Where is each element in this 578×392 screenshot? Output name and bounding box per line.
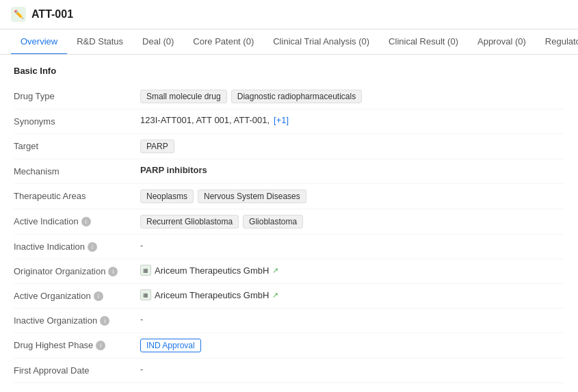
field-row-therapeutic-areas: Therapeutic AreasNeoplasmsNervous System… [14, 184, 564, 209]
field-value-synonyms: 123I-ATT001, ATT 001, ATT-001, [+1] [140, 115, 564, 125]
field-label-inactive-org: Inactive Organizationi [14, 314, 140, 326]
field-value-inactive-indication: - [140, 240, 564, 250]
dash-value-first-approval-date: - [140, 364, 143, 374]
org-item-active-org: ▦Ariceum Therapeutics GmbH↗ [140, 289, 278, 300]
field-value-target: PARP [140, 140, 564, 153]
content-area: Basic Info Drug TypeSmall molecule drugD… [0, 55, 578, 392]
tab-clinical-trial[interactable]: Clinical Trial Analysis (0) [263, 29, 379, 55]
field-label-originator-org: Originator Organizationi [14, 265, 140, 276]
field-row-active-indication: Active IndicationiRecurrent Glioblastoma… [14, 209, 564, 235]
tag-glioblastoma: Glioblastoma [243, 215, 303, 228]
synonyms-link[interactable]: [+1] [274, 115, 289, 125]
field-label-target: Target [14, 140, 140, 151]
section-title: Basic Info [14, 66, 564, 76]
header-icon: ✏️ [11, 7, 26, 22]
org-name-originator-org[interactable]: Ariceum Therapeutics GmbH [155, 265, 269, 276]
tabs-bar: OverviewR&D StatusDeal (0)Core Patent (0… [0, 29, 578, 55]
tag-nervous-system-diseases: Nervous System Diseases [198, 190, 306, 203]
tag-recurrent-glioblastoma: Recurrent Glioblastoma [140, 215, 239, 228]
tag-diagnostic-radiopharmaceuticals: Diagnostic radiopharmaceuticals [231, 90, 362, 103]
header-title: ATT-001 [31, 8, 73, 21]
tag-neoplasms: Neoplasms [140, 190, 194, 203]
field-label-first-approval-date: First Approval Date [14, 364, 140, 376]
tag-outline-ind-approval: IND Approval [140, 339, 201, 352]
field-value-first-approval-date: - [140, 364, 564, 374]
tab-rd-status[interactable]: R&D Status [67, 29, 133, 55]
org-name-active-org[interactable]: Ariceum Therapeutics GmbH [155, 290, 269, 300]
tab-overview[interactable]: Overview [11, 29, 67, 55]
org-arrow-originator-org: ↗ [272, 266, 278, 275]
field-row-first-approval-date: First Approval Date- [14, 358, 564, 383]
tab-deal[interactable]: Deal (0) [133, 29, 183, 55]
field-label-inactive-indication: Inactive Indicationi [14, 240, 140, 252]
field-value-drug-type: Small molecule drugDiagnostic radiopharm… [140, 90, 564, 103]
tag-small-molecule-drug: Small molecule drug [140, 90, 227, 103]
tab-clinical-result[interactable]: Clinical Result (0) [379, 29, 468, 55]
field-label-synonyms: Synonyms [14, 115, 140, 127]
tab-regulatory-review[interactable]: Regulatory Review [536, 29, 578, 55]
field-row-drug-highest-phase: Drug Highest PhaseiIND Approval [14, 333, 564, 358]
field-value-active-org: ▦Ariceum Therapeutics GmbH↗ [140, 289, 564, 300]
field-value-mechanism: PARP inhibitors [140, 165, 564, 175]
fields-list: Drug TypeSmall molecule drugDiagnostic r… [14, 84, 564, 383]
synonyms-text: 123I-ATT001, ATT 001, ATT-001, [140, 115, 270, 125]
field-label-drug-type: Drug Type [14, 90, 140, 101]
org-item-originator-org: ▦Ariceum Therapeutics GmbH↗ [140, 265, 278, 276]
field-row-synonyms: Synonyms123I-ATT001, ATT 001, ATT-001, [… [14, 109, 564, 134]
field-label-active-indication: Active Indicationi [14, 215, 140, 226]
mechanism-text: PARP inhibitors [140, 165, 207, 175]
info-icon-inactive-org[interactable]: i [100, 316, 109, 326]
field-row-inactive-org: Inactive Organizationi- [14, 309, 564, 333]
info-icon-originator-org[interactable]: i [108, 267, 118, 276]
field-value-drug-highest-phase: IND Approval [140, 339, 564, 352]
field-label-mechanism: Mechanism [14, 165, 140, 177]
field-row-active-org: Active Organizationi▦Ariceum Therapeutic… [14, 284, 564, 309]
field-label-drug-highest-phase: Drug Highest Phasei [14, 339, 140, 350]
field-value-therapeutic-areas: NeoplasmsNervous System Diseases [140, 190, 564, 203]
org-icon: ▦ [140, 289, 151, 300]
tag-parp: PARP [140, 140, 174, 153]
info-icon-active-indication[interactable]: i [81, 217, 91, 226]
field-label-therapeutic-areas: Therapeutic Areas [14, 190, 140, 201]
dash-value-inactive-indication: - [140, 240, 143, 250]
info-icon-active-org[interactable]: i [94, 291, 103, 301]
field-row-mechanism: MechanismPARP inhibitors [14, 159, 564, 184]
field-row-inactive-indication: Inactive Indicationi- [14, 235, 564, 259]
org-arrow-active-org: ↗ [272, 291, 278, 300]
header: ✏️ ATT-001 [0, 0, 578, 29]
field-row-originator-org: Originator Organizationi▦Ariceum Therape… [14, 259, 564, 284]
field-value-inactive-org: - [140, 314, 564, 324]
field-value-originator-org: ▦Ariceum Therapeutics GmbH↗ [140, 265, 564, 276]
field-value-active-indication: Recurrent GlioblastomaGlioblastoma [140, 215, 564, 228]
info-icon-drug-highest-phase[interactable]: i [96, 341, 105, 350]
tab-core-patent[interactable]: Core Patent (0) [183, 29, 263, 55]
org-icon: ▦ [140, 265, 151, 276]
field-row-drug-type: Drug TypeSmall molecule drugDiagnostic r… [14, 84, 564, 109]
tab-approval[interactable]: Approval (0) [468, 29, 536, 55]
field-label-active-org: Active Organizationi [14, 289, 140, 301]
field-row-target: TargetPARP [14, 134, 564, 159]
info-icon-inactive-indication[interactable]: i [88, 242, 97, 252]
dash-value-inactive-org: - [140, 314, 143, 324]
